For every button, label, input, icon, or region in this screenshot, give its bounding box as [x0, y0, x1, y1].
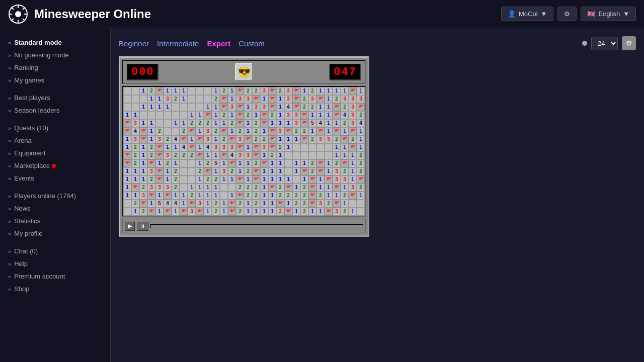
- cell[interactable]: 🚩: [260, 119, 268, 127]
- cell[interactable]: 2: [308, 87, 316, 95]
- cell[interactable]: 1: [155, 95, 164, 103]
- cell[interactable]: 1: [123, 111, 131, 119]
- cell[interactable]: 3: [349, 103, 357, 111]
- cell[interactable]: 🚩: [300, 167, 308, 175]
- cell[interactable]: [172, 103, 180, 111]
- cell[interactable]: 4: [341, 111, 349, 119]
- cell[interactable]: 1: [357, 127, 365, 135]
- cell[interactable]: 1: [188, 184, 196, 192]
- cell[interactable]: [180, 175, 188, 184]
- cell[interactable]: 🚩: [333, 103, 341, 111]
- cell[interactable]: 🚩: [268, 103, 276, 111]
- cell[interactable]: 3: [164, 151, 172, 159]
- cell[interactable]: 1: [172, 143, 180, 151]
- cell[interactable]: 🚩: [188, 143, 196, 151]
- cell[interactable]: 1: [123, 135, 131, 143]
- cell[interactable]: 1: [333, 119, 341, 127]
- cell[interactable]: 🚩: [228, 200, 236, 208]
- cell[interactable]: 4: [172, 200, 180, 208]
- cell[interactable]: 🚩: [123, 151, 131, 159]
- cell[interactable]: [180, 184, 188, 192]
- cell[interactable]: 🚩: [155, 143, 164, 151]
- cell[interactable]: 1: [155, 208, 164, 216]
- cell[interactable]: 1: [325, 103, 333, 111]
- cell[interactable]: 2: [308, 167, 316, 175]
- cell[interactable]: 2: [172, 175, 180, 184]
- cell[interactable]: 2: [341, 103, 349, 111]
- cell[interactable]: 1: [300, 175, 308, 184]
- cell[interactable]: [196, 87, 204, 95]
- cell[interactable]: 2: [300, 208, 308, 216]
- cell[interactable]: 1: [131, 175, 139, 184]
- cell[interactable]: 3: [292, 111, 300, 119]
- cell[interactable]: [123, 103, 131, 111]
- cell[interactable]: 1: [196, 111, 204, 119]
- cell[interactable]: 3: [236, 135, 244, 143]
- play-button[interactable]: ▶: [125, 221, 135, 231]
- cell[interactable]: [164, 111, 172, 119]
- cell[interactable]: 🚩: [252, 175, 260, 184]
- cell[interactable]: 3: [228, 103, 236, 111]
- sidebar-item-quests-10[interactable]: »Quests (10): [4, 122, 106, 134]
- cell[interactable]: 1: [325, 87, 333, 95]
- cell[interactable]: 🚩: [284, 127, 292, 135]
- cell[interactable]: 🚩: [268, 143, 276, 151]
- cell[interactable]: 🚩: [308, 175, 316, 184]
- sidebar-item-standard-mode[interactable]: »Standard mode: [4, 36, 106, 49]
- cell[interactable]: 1: [244, 175, 252, 184]
- cell[interactable]: 3: [349, 111, 357, 119]
- cell[interactable]: 1: [139, 119, 147, 127]
- cell[interactable]: 1: [131, 111, 139, 119]
- cell[interactable]: 1: [123, 143, 131, 151]
- cell[interactable]: 1: [196, 175, 204, 184]
- cell[interactable]: 1: [308, 208, 316, 216]
- cell[interactable]: 1: [284, 143, 292, 151]
- cell[interactable]: 1: [357, 143, 365, 151]
- cell[interactable]: 1: [180, 119, 188, 127]
- cell[interactable]: 🚩: [188, 127, 196, 135]
- cell[interactable]: 🚩: [276, 200, 284, 208]
- cell[interactable]: 3: [131, 119, 139, 127]
- cell[interactable]: 🚩: [139, 127, 147, 135]
- cell[interactable]: 2: [341, 192, 349, 200]
- cell[interactable]: 1: [341, 87, 349, 95]
- cell[interactable]: 1: [155, 192, 164, 200]
- cell[interactable]: 🚩: [341, 135, 349, 143]
- sidebar-item-my-profile[interactable]: »My profile: [4, 227, 106, 240]
- cell[interactable]: 3: [164, 95, 172, 103]
- cell[interactable]: 🚩: [333, 127, 341, 135]
- cell[interactable]: 3: [333, 175, 341, 184]
- cell[interactable]: 2: [155, 127, 164, 135]
- cell[interactable]: 3: [236, 95, 244, 103]
- mine-count-select[interactable]: 24304050: [591, 37, 618, 50]
- cell[interactable]: [123, 208, 131, 216]
- cell[interactable]: 1: [139, 87, 147, 95]
- cell[interactable]: 2: [244, 184, 252, 192]
- cell[interactable]: 🚩: [300, 135, 308, 143]
- cell[interactable]: 1: [244, 127, 252, 135]
- cell[interactable]: [188, 167, 196, 175]
- cell[interactable]: 🚩: [349, 87, 357, 95]
- cell[interactable]: 1: [220, 208, 228, 216]
- cell[interactable]: 3: [284, 87, 292, 95]
- cell[interactable]: 1: [268, 159, 276, 167]
- cell[interactable]: 🚩: [308, 192, 316, 200]
- cell[interactable]: 🚩: [196, 151, 204, 159]
- cell[interactable]: 1: [268, 167, 276, 175]
- cell[interactable]: 1: [123, 167, 131, 175]
- cell[interactable]: 1: [284, 175, 292, 184]
- cell[interactable]: 🚩: [268, 87, 276, 95]
- cell[interactable]: 🚩: [268, 95, 276, 103]
- cell[interactable]: 1: [349, 159, 357, 167]
- cell[interactable]: 1: [292, 135, 300, 143]
- cell[interactable]: 2: [188, 192, 196, 200]
- cell[interactable]: 1: [204, 200, 212, 208]
- global-settings-button[interactable]: ⚙: [557, 7, 577, 21]
- cell[interactable]: [204, 87, 212, 95]
- cell[interactable]: 1: [172, 192, 180, 200]
- cell[interactable]: 1: [236, 159, 244, 167]
- cell[interactable]: 2: [260, 135, 268, 143]
- cell[interactable]: [316, 151, 325, 159]
- cell[interactable]: 2: [212, 175, 220, 184]
- cell[interactable]: 2: [244, 167, 252, 175]
